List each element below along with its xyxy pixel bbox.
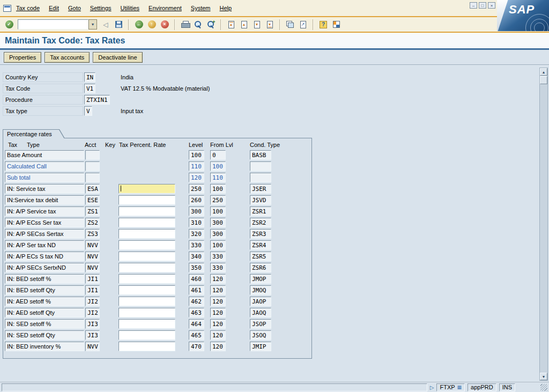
exit-icon: ↑ — [148, 20, 156, 28]
page-down-button[interactable]: ▼ — [251, 19, 263, 31]
tax-type-link[interactable]: Calculated Call — [5, 161, 84, 171]
column-header-type: Type — [27, 142, 40, 148]
command-dropdown-button[interactable]: ▾ — [88, 19, 97, 29]
from-level-field: 250 — [210, 195, 226, 205]
maximize-button[interactable]: □ — [479, 2, 486, 9]
page-title: Maintain Tax Code: Tax Rates — [5, 36, 125, 46]
tax-percent-rate-input[interactable] — [118, 184, 175, 194]
header-field-row: Tax typeVInput tax — [2, 106, 549, 117]
menu-tax-code[interactable]: Tax code — [16, 5, 40, 11]
resize-grip[interactable] — [540, 384, 547, 391]
create-shortcut-button[interactable]: ↗ — [297, 19, 309, 31]
tax-accounts-button[interactable]: Tax accounts — [44, 52, 90, 63]
menu-edit[interactable]: Edit — [49, 5, 59, 11]
tax-percent-rate-input[interactable] — [118, 206, 175, 216]
from-level-field: 100 — [210, 206, 226, 216]
work-area: Country KeyINIndiaTax CodeV1VAT 12.5 % M… — [0, 65, 549, 382]
last-page-button[interactable]: ▼ — [264, 19, 276, 31]
rate-row: Calculated Call110100 — [3, 161, 311, 173]
find-next-button[interactable]: + — [205, 19, 217, 31]
account-key-field: NVV — [85, 342, 100, 351]
account-key-field: JI2 — [85, 308, 100, 317]
scrollbar-thumb[interactable] — [540, 76, 547, 84]
scroll-down-button[interactable]: ▼ — [540, 373, 547, 380]
cancel-button[interactable]: × — [159, 19, 170, 31]
rate-row: IN: A/P Ser tax NDNVV330100ZSR4 — [3, 240, 311, 252]
print-button[interactable] — [179, 19, 191, 31]
find-button[interactable] — [192, 19, 204, 31]
tax-percent-rate-input[interactable] — [118, 218, 175, 227]
tax-type-field: IN: A/P SECs SertxND — [5, 263, 84, 272]
tax-percent-rate-input[interactable] — [118, 330, 175, 340]
condition-type-field: JMIP — [250, 342, 271, 351]
field-value: V — [84, 106, 92, 116]
tax-percent-rate-input[interactable] — [118, 285, 175, 295]
new-session-button[interactable] — [284, 19, 296, 31]
enter-button[interactable]: ✓ — [3, 19, 15, 31]
field-label: Tax type — [3, 106, 83, 116]
level-field: 310 — [189, 218, 204, 227]
tax-percent-rate-input[interactable] — [118, 342, 175, 351]
properties-button[interactable]: Properties — [4, 52, 41, 63]
tax-percent-rate-input[interactable] — [118, 308, 175, 317]
last-page-icon: ▼ — [267, 21, 273, 28]
rate-row: IN: BED setoff %JI1460120JMOP — [3, 274, 311, 285]
tax-percent-rate-input[interactable] — [118, 263, 175, 272]
condition-type-field: ZSR6 — [250, 263, 271, 272]
level-field: 110 — [189, 161, 204, 171]
menu-environment[interactable]: Environment — [149, 5, 182, 11]
tax-percent-rate-input[interactable] — [118, 240, 175, 250]
system-menu-icon[interactable] — [3, 5, 11, 12]
vertical-scrollbar[interactable]: ▲ ▼ — [539, 68, 548, 381]
menu-goto[interactable]: Goto — [68, 5, 81, 11]
scroll-up-button[interactable]: ▲ — [540, 68, 547, 76]
column-header-key: Key — [105, 142, 115, 148]
toolbar-separator — [174, 19, 175, 30]
deactivate-line-button[interactable]: Deactivate line — [93, 52, 142, 63]
menu-system[interactable]: System — [191, 5, 211, 11]
enter-arrow-button[interactable]: ◁ — [100, 19, 112, 31]
level-field: 465 — [189, 330, 204, 340]
condition-type-field: JSOP — [250, 319, 271, 329]
level-field: 100 — [189, 150, 204, 160]
menu-utilities[interactable]: Utilities — [121, 5, 139, 11]
exit-button[interactable]: ↑ — [146, 19, 158, 31]
tax-percent-rate-input[interactable] — [118, 252, 175, 261]
first-page-button[interactable]: ▲ — [225, 19, 237, 31]
condition-type-field: ZSR5 — [250, 252, 271, 261]
close-button[interactable]: × — [488, 2, 495, 9]
menu-settings[interactable]: Settings — [90, 5, 112, 11]
sap-logo: SAP — [497, 0, 549, 31]
level-field: 320 — [189, 229, 204, 239]
percentage-rates-group: Tax Type Acct Key Tax Percent. Rate Leve… — [3, 138, 312, 359]
rate-row: IN: A/P Service taxZS1300100ZSR1 — [3, 206, 311, 218]
menu-help[interactable]: Help — [220, 5, 232, 11]
percentage-rates-tab: Percentage rates — [3, 129, 65, 138]
condition-type-field: JAOQ — [250, 308, 271, 317]
tax-percent-rate-input[interactable] — [118, 319, 175, 329]
status-message-arrow-icon[interactable]: ▷ — [430, 384, 434, 390]
minimize-button[interactable]: – — [470, 2, 477, 9]
customize-layout-button[interactable] — [330, 19, 342, 31]
transaction-field[interactable]: FTXP ▦ — [436, 383, 465, 391]
toolbar-separator — [279, 19, 280, 30]
help-button[interactable]: ? — [317, 19, 329, 31]
tax-type-link[interactable]: Sub total — [5, 173, 84, 182]
rate-row: IN: BED inventory %NVV470120JMIP — [3, 342, 311, 353]
tax-percent-rate-input[interactable] — [118, 274, 175, 284]
tax-percent-rate-input[interactable] — [118, 195, 175, 205]
level-field: 350 — [189, 263, 204, 272]
header-field-row: ProcedureZTXIN1 — [2, 95, 549, 106]
tax-percent-rate-input[interactable] — [118, 297, 175, 306]
back-button[interactable]: ← — [133, 19, 145, 31]
create-shortcut-icon: ↗ — [300, 21, 306, 28]
insert-mode-field[interactable]: INS — [499, 383, 515, 391]
command-input[interactable] — [18, 19, 88, 29]
customize-layout-icon — [333, 21, 340, 28]
condition-type-field: JSVD — [250, 195, 271, 205]
save-button[interactable] — [113, 19, 124, 31]
server-field[interactable]: appPRD — [468, 383, 496, 391]
tax-percent-rate-input[interactable] — [118, 229, 175, 239]
page-up-button[interactable]: ▲ — [238, 19, 250, 31]
condition-type-field — [250, 173, 271, 182]
